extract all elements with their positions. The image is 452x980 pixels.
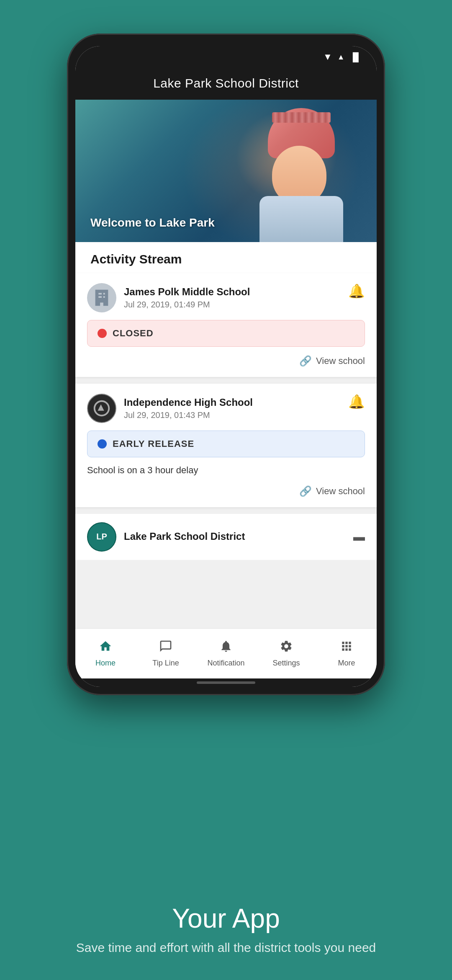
school-name-independence: Independence High School xyxy=(124,397,253,409)
signal-icon: ▲ xyxy=(337,53,345,62)
nav-item-more[interactable]: More xyxy=(316,629,377,678)
status-badge-early-release: EARLY RELEASE xyxy=(87,431,365,457)
grid-icon xyxy=(340,640,353,656)
partial-card-left: LP Lake Park School District xyxy=(87,522,245,552)
school-avatar-independence xyxy=(87,394,116,423)
school-info-independence: Independence High School Jul 29, 2019, 0… xyxy=(124,397,253,420)
view-school-label: View school xyxy=(316,356,365,366)
nav-item-notification[interactable]: Notification xyxy=(196,629,256,678)
bottom-title: Your App xyxy=(0,903,452,934)
wifi-icon: ▼ xyxy=(323,52,332,62)
activity-card-independence[interactable]: Independence High School Jul 29, 2019, 0… xyxy=(75,384,377,507)
view-school-link-james-polk[interactable]: 🔗 View school xyxy=(87,353,365,367)
nav-item-home[interactable]: Home xyxy=(75,629,136,678)
app-header: Lake Park School District xyxy=(75,68,377,100)
settings-icon xyxy=(280,640,293,656)
eagle-icon xyxy=(92,399,111,418)
chat-icon xyxy=(159,640,172,656)
bell-icon-independence[interactable]: 🔔 xyxy=(348,394,365,410)
card-header-left: James Polk Middle School Jul 29, 2019, 0… xyxy=(87,283,250,312)
coat xyxy=(259,196,343,242)
nav-label-home: Home xyxy=(95,659,116,668)
bottom-subtitle: Save time and effort with all the distri… xyxy=(0,941,452,955)
building-icon xyxy=(92,288,111,307)
bottom-nav: Home Tip Line Notification xyxy=(75,628,377,678)
app-title: Lake Park School District xyxy=(153,76,299,90)
nav-label-settings: Settings xyxy=(272,659,300,668)
hero-welcome-text: Welcome to Lake Park xyxy=(90,216,215,230)
nav-item-settings[interactable]: Settings xyxy=(256,629,316,678)
home-icon xyxy=(99,640,112,656)
status-bar: ▼ ▲ ▐▌ xyxy=(75,46,377,68)
link-icon-2: 🔗 xyxy=(299,485,312,497)
school-name-james-polk: James Polk Middle School xyxy=(124,286,250,298)
card-description-independence: School is on a 3 hour delay xyxy=(87,464,365,477)
school-info-james-polk: James Polk Middle School Jul 29, 2019, 0… xyxy=(124,286,250,309)
face xyxy=(272,146,326,204)
activity-card-james-polk[interactable]: James Polk Middle School Jul 29, 2019, 0… xyxy=(75,273,377,377)
card-header-james-polk: James Polk Middle School Jul 29, 2019, 0… xyxy=(87,283,365,312)
card-header-left-independence: Independence High School Jul 29, 2019, 0… xyxy=(87,394,253,423)
nav-label-more: More xyxy=(338,659,355,668)
phone-screen: ▼ ▲ ▐▌ Lake Park School District Welcome… xyxy=(75,46,377,687)
activity-stream-title: Activity Stream xyxy=(75,242,377,273)
nav-label-notification: Notification xyxy=(207,659,244,668)
lp-avatar: LP xyxy=(87,522,116,552)
card-header-independence: Independence High School Jul 29, 2019, 0… xyxy=(87,394,365,423)
battery-icon: ▐▌ xyxy=(350,52,362,62)
link-icon: 🔗 xyxy=(299,355,312,367)
hero-child-figure xyxy=(259,108,352,238)
nav-item-tipline[interactable]: Tip Line xyxy=(136,629,196,678)
content-area[interactable]: Activity Stream James Polk Middle School xyxy=(75,242,377,628)
school-date-james-polk: Jul 29, 2019, 01:49 PM xyxy=(124,300,250,309)
home-bar xyxy=(197,681,255,684)
partial-card-icon: ▬ xyxy=(353,530,365,544)
school-avatar-james-polk xyxy=(87,283,116,312)
partial-card-lake-park[interactable]: LP Lake Park School District ▬ xyxy=(75,514,377,560)
status-dot-red xyxy=(98,329,107,338)
hero-image: Welcome to Lake Park xyxy=(75,100,377,242)
status-dot-blue xyxy=(98,439,107,449)
bottom-section: Your App Save time and effort with all t… xyxy=(0,903,452,955)
status-text-early-release: EARLY RELEASE xyxy=(113,438,194,449)
nav-label-tipline: Tip Line xyxy=(152,659,179,668)
view-school-link-independence[interactable]: 🔗 View school xyxy=(87,484,365,497)
partial-school-name: Lake Park School District xyxy=(124,531,245,543)
home-indicator xyxy=(75,678,377,687)
view-school-label-2: View school xyxy=(316,486,365,497)
bell-icon-james-polk[interactable]: 🔔 xyxy=(348,283,365,299)
status-text-closed: CLOSED xyxy=(113,328,154,339)
status-badge-closed: CLOSED xyxy=(87,320,365,347)
school-date-independence: Jul 29, 2019, 01:43 PM xyxy=(124,410,253,420)
phone-frame: ▼ ▲ ▐▌ Lake Park School District Welcome… xyxy=(67,34,385,695)
notification-icon xyxy=(219,640,233,656)
